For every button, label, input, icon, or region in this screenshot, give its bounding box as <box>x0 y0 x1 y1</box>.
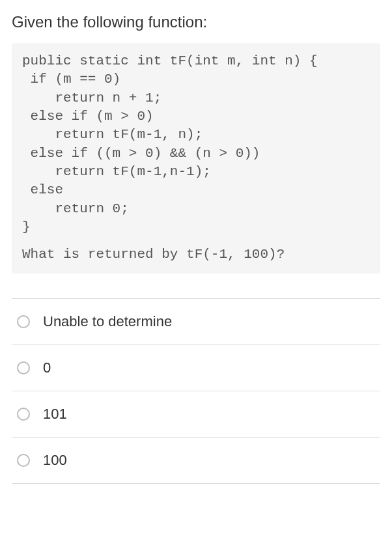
radio-icon <box>17 315 30 328</box>
option-label: 101 <box>43 406 67 423</box>
option-label: 0 <box>43 359 51 376</box>
code-question: What is returned by tF(-1, 100)? <box>22 245 370 264</box>
code-block: public static int tF(int m, int n) { if … <box>12 43 380 273</box>
option-label: Unable to determine <box>43 313 172 330</box>
code-content: public static int tF(int m, int n) { if … <box>22 53 318 234</box>
option-row[interactable]: 100 <box>12 438 380 484</box>
option-label: 100 <box>43 452 67 469</box>
radio-icon <box>17 454 30 467</box>
option-row[interactable]: 101 <box>12 391 380 438</box>
radio-icon <box>17 361 30 374</box>
option-row[interactable]: Unable to determine <box>12 299 380 345</box>
radio-icon <box>17 408 30 421</box>
options-list: Unable to determine 0 101 100 <box>12 298 380 484</box>
question-prompt: Given the following function: <box>12 13 380 31</box>
option-row[interactable]: 0 <box>12 345 380 391</box>
